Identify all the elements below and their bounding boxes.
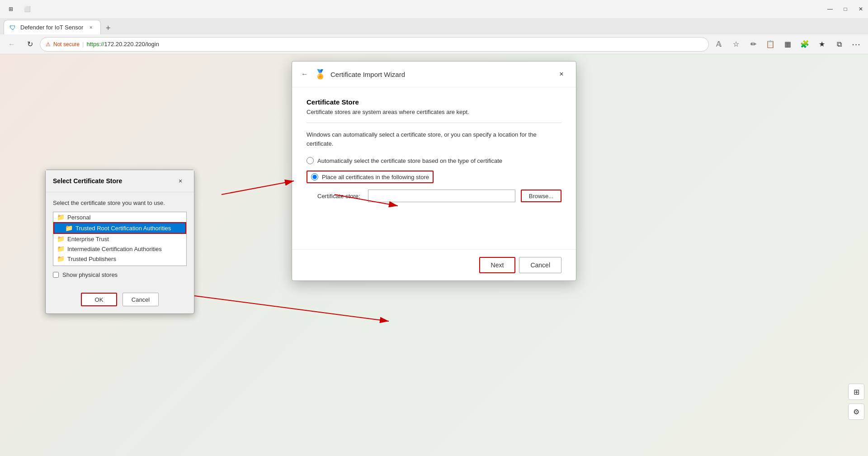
show-physical-label: Show physical stores [62,271,118,278]
radio-manual-label: Place all certificates in the following … [322,174,429,180]
right-panel-btn[interactable]: ⊞ [848,384,864,400]
security-warning-icon: ⚠ [46,41,51,48]
favorites-star-btn[interactable]: ★ [814,36,830,52]
separator: | [82,41,84,48]
read-aloud-btn[interactable]: 𝔸 [711,36,727,52]
nav-bar: ← ↻ ⚠ Not secure | https://172.20.220.22… [0,34,868,54]
wizard-back-btn[interactable]: ← [299,69,310,80]
tab-close-btn[interactable]: × [87,24,95,32]
radio-auto-option[interactable]: Automatically select the certificate sto… [307,157,561,164]
select-store-dialog: Select Certificate Store × Select the ce… [45,170,194,314]
select-store-close-btn[interactable]: × [174,175,187,187]
wizard-title-left: ← 🏅 Certificate Import Wizard [299,69,405,80]
item-label: Trusted Publishers [67,256,116,262]
minimize-btn[interactable]: — [823,2,837,16]
favorites-btn[interactable]: ☆ [728,36,744,52]
wizard-dialog: ← 🏅 Certificate Import Wizard × Certific… [292,61,576,281]
wizard-body: Certificate Store Certificate stores are… [292,87,576,213]
url-https: https:// [86,41,104,48]
edit-btn[interactable]: ✏ [745,36,761,52]
select-store-titlebar: Select Certificate Store × [46,170,194,192]
content-area: ← 🏅 Certificate Import Wizard × Certific… [0,54,868,456]
description-text: Windows can automatically select a certi… [307,130,561,148]
folder-icon: 📁 [57,214,65,221]
wizard-footer: Next Cancel [292,249,576,280]
list-item-trusted-root[interactable]: 📁 Trusted Root Certification Authorities [53,222,186,234]
radio-manual-option[interactable]: Place all certificates in the following … [307,171,561,183]
item-label: Intermediate Certification Authorities [67,246,162,252]
section-title: Certificate Store [307,98,561,106]
svg-line-1 [222,181,294,195]
more-options-btn[interactable]: ··· [848,36,864,52]
tab-favicon: 🛡 [9,24,17,31]
tab-bar: 🛡 Defender for IoT Sensor × + [0,18,868,34]
wizard-titlebar: ← 🏅 Certificate Import Wizard × [292,62,576,87]
cert-store-input[interactable] [368,190,515,202]
svg-line-2 [181,294,389,321]
list-item-intermediate[interactable]: 📁 Intermediate Certification Authorities [53,244,186,254]
url-path: /login [145,41,159,48]
url-display: https://172.20.220.220/login [86,41,159,48]
select-instruction: Select the certificate store you want to… [53,200,187,206]
maximize-btn[interactable]: □ [838,2,853,16]
show-physical-checkbox[interactable] [53,272,59,278]
wizard-title-text: Certificate Import Wizard [330,71,405,78]
item-label: Enterprise Trust [67,236,109,242]
select-store-footer: OK Cancel [46,293,194,314]
store-list-container[interactable]: 📁 Personal 📁 Trusted Root Certification … [53,212,187,266]
cancel-small-btn[interactable]: Cancel [123,293,159,306]
next-btn[interactable]: Next [479,257,516,273]
select-store-body: Select the certificate store you want to… [46,192,194,293]
ok-btn[interactable]: OK [81,293,117,306]
browse-btn[interactable]: Browse... [521,190,561,202]
cancel-btn[interactable]: Cancel [519,257,561,273]
folder-icon: 📁 [57,255,65,262]
new-window-btn[interactable]: ⬜ [20,2,34,16]
folder-icon: 📁 [57,245,65,252]
cert-store-row: Certificate store: Browse... [317,190,561,202]
extensions-btn[interactable]: 🧩 [797,36,813,52]
item-label: Trusted Root Certification Authorities [75,225,171,232]
radio-manual[interactable] [311,173,318,180]
show-physical-row[interactable]: Show physical stores [53,271,187,278]
sidebar-btn[interactable]: ▦ [779,36,796,52]
grid-icon-btn[interactable]: ⊞ [4,2,18,16]
cert-store-label: Certificate store: [317,193,363,200]
title-bar: ⊞ ⬜ — □ ✕ [0,0,868,18]
list-item-personal[interactable]: 📁 Personal [53,212,186,222]
wizard-close-btn[interactable]: × [554,67,569,81]
active-tab[interactable]: 🛡 Defender for IoT Sensor × [4,20,101,34]
list-item-trusted-publishers[interactable]: 📁 Trusted Publishers [53,254,186,264]
section-subtitle: Certificate stores are system areas wher… [307,109,561,115]
address-bar[interactable]: ⚠ Not secure | https://172.20.220.220/lo… [40,37,709,52]
tab-title: Defender for IoT Sensor [20,24,83,31]
radio-auto[interactable] [307,157,314,164]
radio-auto-label: Automatically select the certificate sto… [317,157,502,164]
reload-btn[interactable]: ↻ [22,36,38,52]
back-btn[interactable]: ← [4,36,20,52]
nav-right-icons: 𝔸 ☆ ✏ 📋 ▦ 🧩 ★ ⧉ ··· [711,36,864,52]
wizard-cert-icon: 🏅 [315,69,326,80]
split-screen-btn[interactable]: ⧉ [831,36,847,52]
collections-btn[interactable]: 📋 [762,36,778,52]
divider [307,123,561,123]
folder-icon: 📁 [57,235,65,242]
list-item-enterprise[interactable]: 📁 Enterprise Trust [53,234,186,244]
settings-btn[interactable]: ⚙ [848,404,864,420]
close-window-btn[interactable]: ✕ [854,2,868,16]
folder-icon: 📁 [57,265,65,266]
browser-chrome: ⊞ ⬜ — □ ✕ 🛡 Defender for IoT Sensor × + … [0,0,868,54]
select-store-title: Select Certificate Store [53,177,122,185]
title-bar-controls: ⊞ ⬜ [4,2,34,16]
item-label: Untrusted Certificates [67,266,124,266]
new-tab-btn[interactable]: + [101,22,115,34]
list-item-untrusted[interactable]: 📁 Untrusted Certificates [53,264,186,266]
radio-manual-highlight: Place all certificates in the following … [307,171,434,183]
folder-icon: 📁 [65,224,73,232]
security-warning-text: Not secure [53,41,80,48]
url-domain: 172.20.220.220 [104,41,145,48]
item-label: Personal [67,214,90,221]
